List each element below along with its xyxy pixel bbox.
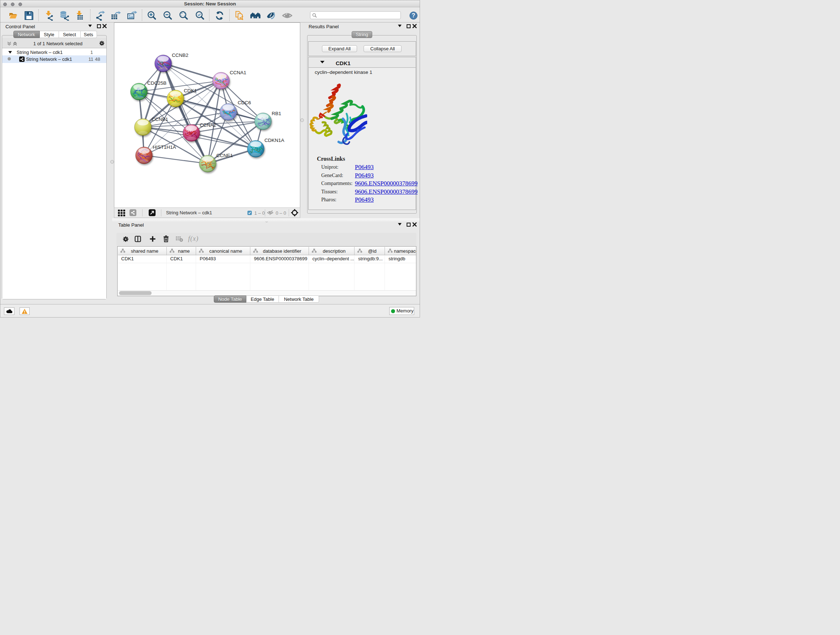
svg-text:CDC25B: CDC25B (147, 80, 166, 86)
svg-text:CDC6: CDC6 (238, 100, 251, 105)
svg-text:CCNE1: CCNE1 (216, 153, 233, 158)
svg-text:CDKN1A: CDKN1A (264, 138, 284, 143)
svg-text:CCNB1: CCNB1 (152, 117, 168, 122)
svg-text:CDK1: CDK1 (184, 88, 197, 93)
svg-text:CCNA1: CCNA1 (230, 70, 246, 75)
svg-text:HIST1H1A: HIST1H1A (153, 144, 176, 150)
svg-text:CCNB2: CCNB2 (172, 52, 188, 58)
svg-text:CCNA2: CCNA2 (200, 122, 216, 128)
svg-text:RB1: RB1 (272, 111, 281, 116)
